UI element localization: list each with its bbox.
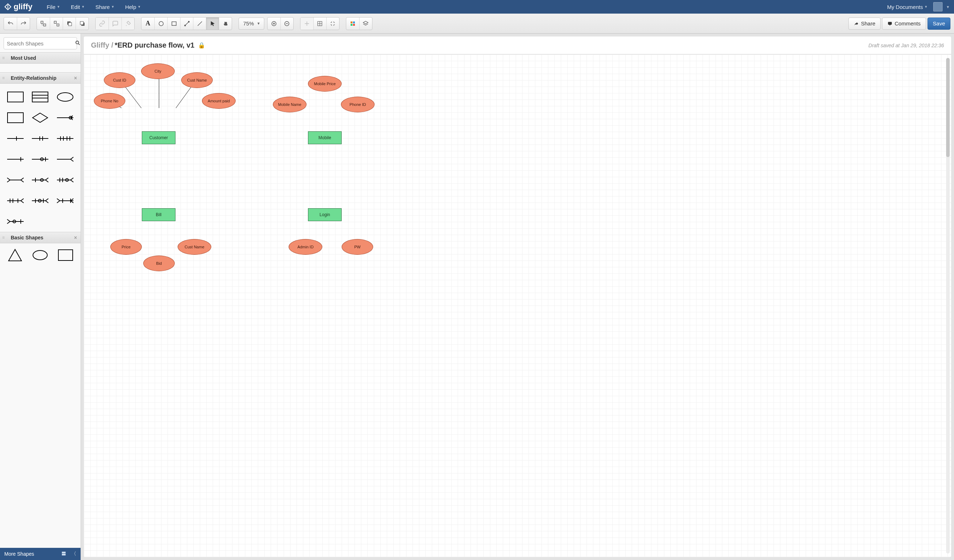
attr-label: PW [354,245,361,249]
er-shape-zero-one-many[interactable] [5,215,26,228]
text-tool-button[interactable]: A [142,17,154,30]
rect-tool-button[interactable] [167,17,180,30]
entity-mobile[interactable]: Mobile [308,131,341,144]
attr-label: Phone ID [349,102,366,107]
er-shape-one-many-zero[interactable] [30,173,51,187]
attr-mobile-price[interactable]: Mobile Price [308,76,341,92]
er-shape-one-zero-many[interactable] [55,173,76,187]
select-tool-button[interactable] [206,17,219,30]
scrollbar-thumb[interactable] [946,58,950,157]
category-basic-shapes[interactable]: ≡ Basic Shapes × [0,232,81,243]
shape-rect[interactable] [56,248,76,262]
svg-rect-2 [54,21,56,23]
avatar[interactable] [933,2,943,11]
attr-cust-name-2[interactable]: Cust Name [178,239,211,255]
zoom-dropdown[interactable]: 75% ▼ [238,17,264,30]
er-shape-plain-line[interactable] [5,152,26,166]
collapse-sidebar-icon[interactable]: 〈 [71,551,76,557]
er-shape-entity-header[interactable] [30,90,51,104]
breadcrumb[interactable]: Gliffy / [91,41,113,50]
bring-front-button[interactable] [63,17,76,30]
entity-customer[interactable]: Customer [142,131,176,144]
layers-button[interactable] [359,17,372,30]
svg-line-47 [70,157,73,159]
vertical-scrollbar[interactable] [946,58,950,554]
ungroup-button[interactable] [50,17,63,30]
menu-edit[interactable]: Edit▼ [71,4,85,10]
er-shape-one-one-many[interactable] [5,194,26,207]
theme-color-button[interactable] [346,17,359,30]
attr-admin-id[interactable]: Admin ID [288,239,322,255]
menu-file[interactable]: File▼ [47,4,60,10]
menu-help[interactable]: Help▼ [125,4,141,10]
shape-ellipse[interactable] [30,248,50,262]
er-shape-one-only-both[interactable] [55,132,76,145]
zoom-out-button[interactable] [281,17,293,30]
chevron-down-icon[interactable]: ▼ [946,5,950,9]
attr-cust-id[interactable]: Cust ID [104,72,136,88]
document-title[interactable]: *ERD purchase flow, v1 [115,41,195,50]
attr-price[interactable]: Price [110,239,142,255]
attr-cust-name[interactable]: Cust Name [181,72,213,88]
menu-share[interactable]: Share▼ [95,4,114,10]
er-shape-entity[interactable] [5,90,26,104]
more-shapes-button[interactable]: More Shapes [4,551,34,557]
category-entity-relationship[interactable]: ≡ Entity-Relationship × [0,72,81,84]
redo-button[interactable] [17,17,30,30]
ellipse-tool-button[interactable] [154,17,167,30]
line-tool-button[interactable] [193,17,206,30]
er-shape-many-both[interactable] [5,173,26,187]
svg-rect-92 [62,551,66,553]
er-shape-attribute[interactable] [55,90,76,104]
attr-phone-no[interactable]: Phone No [94,93,125,109]
canvas[interactable]: Customer Phone No Cust ID City Cust Name… [84,54,951,557]
er-shape-one[interactable] [5,132,26,145]
attr-pw[interactable]: PW [341,239,373,255]
er-shape-many[interactable] [55,152,76,166]
close-icon[interactable]: × [74,235,77,241]
er-shape-one-only[interactable] [30,132,51,145]
group-button[interactable] [37,17,50,30]
grid-button[interactable] [313,17,326,30]
zoom-in-button[interactable] [268,17,281,30]
attr-mobile-name[interactable]: Mobile Name [273,96,307,112]
menu-my-documents[interactable]: My Documents▼ [887,4,928,10]
pan-tool-button[interactable] [219,17,232,30]
svg-line-75 [45,199,48,201]
split-panel-icon[interactable] [61,551,66,557]
er-shape-rel-one-one[interactable] [55,111,76,124]
chevron-down-icon: ▼ [257,22,264,25]
close-icon[interactable]: × [74,75,77,81]
attr-phone-id[interactable]: Phone ID [341,96,374,112]
entity-login[interactable]: Login [308,208,341,221]
snap-grid-button[interactable] [326,17,339,30]
entity-bill[interactable]: Bill [142,208,176,221]
shape-triangle[interactable] [5,248,25,262]
attr-label: Mobile Price [314,82,336,86]
svg-line-48 [70,159,73,162]
attr-city[interactable]: City [141,63,175,79]
comments-button[interactable]: Comments [882,17,926,30]
undo-button[interactable] [4,17,17,30]
er-shape-zero-one[interactable] [30,152,51,166]
connector-tool-button[interactable] [180,17,193,30]
er-shape-weak-entity[interactable] [5,111,26,124]
sidebar-footer: More Shapes 〈 [0,548,81,560]
er-shape-one-zero-many-alt[interactable] [30,194,51,207]
save-button[interactable]: Save [928,17,951,30]
attr-amount-paid[interactable]: Amount paid [202,93,235,109]
svg-rect-3 [56,23,59,26]
send-back-button[interactable] [76,17,89,30]
category-most-used[interactable]: ≡ Most Used [0,52,81,64]
search-input[interactable] [7,40,75,47]
toolbar: A 75% ▼ Share Comments Save [0,14,954,34]
attr-bid[interactable]: Bid [143,255,175,271]
search-input-wrap[interactable] [3,37,77,50]
svg-rect-16 [353,22,355,23]
er-shape-relationship[interactable] [30,111,51,124]
er-shape-one-many-one[interactable] [55,194,76,207]
share-button[interactable]: Share [848,17,881,30]
save-label: Save [933,20,945,26]
format-paint-button [122,17,134,30]
svg-line-63 [70,178,73,180]
